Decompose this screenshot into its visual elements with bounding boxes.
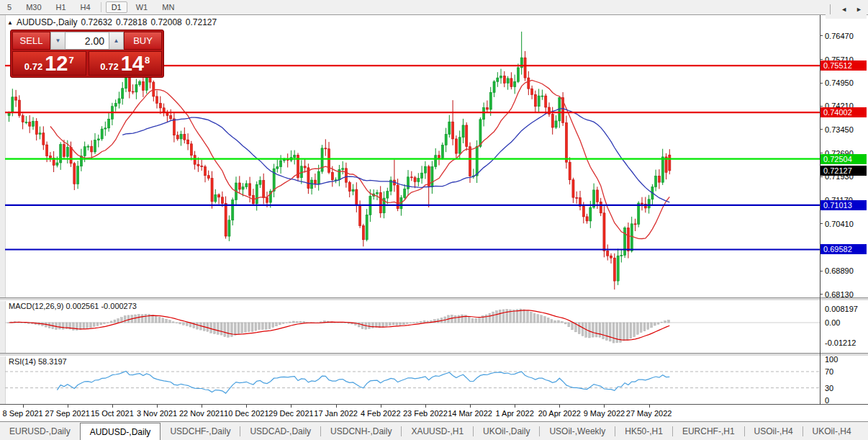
level-price-badge: 0.69582 — [820, 244, 867, 254]
rsi-label: RSI(14) 58.3197 — [9, 357, 67, 366]
symbol-tab-bar: EURUSD-,DailyAUDUSD-,DailyUSDCHF-,DailyU… — [0, 421, 868, 440]
ohlc-open: 0.72632 — [81, 17, 112, 27]
symbol-tab-audusd-daily[interactable]: AUDUSD-,Daily — [80, 423, 161, 440]
buy-price-big: 14 — [121, 53, 144, 74]
date-tick-mark — [202, 405, 202, 408]
macd-label: MACD(12,26,9) 0.002561 -0.000273 — [9, 302, 137, 310]
axis-tick-mark — [820, 83, 823, 84]
timeframe-button-m30[interactable]: M30 — [20, 1, 47, 13]
date-label: 10 Dec 2021 — [224, 409, 268, 418]
price-tick-label: 0.73450 — [825, 125, 854, 135]
symbol-tab-ukoil-daily[interactable]: UKOil-,Daily — [474, 422, 539, 440]
trading-terminal: { "toolbar": { "items": [ {"label": "5",… — [0, 0, 868, 440]
date-tick-mark — [381, 405, 381, 408]
date-tick-mark — [515, 405, 515, 408]
symbol-tab-hk50-h1[interactable]: HK50-,H1 — [615, 422, 672, 440]
date-tick-mark — [68, 405, 68, 408]
date-label: 15 Oct 2021 — [91, 409, 134, 418]
symbol-tab-usdcad-daily[interactable]: USDCAD-,Daily — [240, 422, 320, 440]
level-price-badge: 0.72504 — [820, 154, 867, 164]
buy-price-sup: 8 — [145, 55, 150, 66]
date-label: 3 Nov 2021 — [137, 409, 177, 418]
date-label: 20 Apr 2022 — [538, 409, 581, 418]
date-tick-mark — [649, 405, 650, 408]
timeframe-button-5[interactable]: 5 — [1, 1, 17, 13]
sell-price-sup: 7 — [68, 55, 73, 66]
price-tick-label: 0.68130 — [825, 289, 854, 300]
date-tick-mark — [23, 405, 24, 408]
volume-decrease-button[interactable]: ▼ — [50, 32, 65, 50]
rsi-indicator-canvas — [5, 355, 820, 404]
current-price-badge: 0.72127 — [820, 166, 867, 176]
collapse-triangle-icon[interactable]: ▲ — [7, 19, 13, 26]
date-label: 4 Feb 2022 — [361, 409, 401, 418]
axis-tick-mark — [820, 106, 823, 107]
axis-tick-mark — [820, 35, 823, 36]
date-tick-mark — [604, 405, 605, 408]
date-label: 14 Mar 2022 — [448, 409, 492, 418]
date-tick-mark — [246, 405, 247, 408]
symbol-tab-xauusd-h1[interactable]: XAUUSD-,H1 — [402, 422, 473, 440]
toolbar-separator — [101, 2, 101, 12]
ohlc-close: 0.72127 — [186, 17, 217, 27]
rsi-axis-label: 100 — [825, 354, 838, 364]
date-label: 22 Nov 2021 — [179, 409, 224, 418]
timeframe-button-mn[interactable]: MN — [156, 1, 180, 13]
chart-symbol-label: AUDUSD-,Daily — [17, 17, 78, 27]
axis-tick-mark — [820, 59, 823, 60]
axis-tick-mark — [820, 129, 823, 130]
symbol-tab-eurchf-h1[interactable]: EURCHF-,H1 — [673, 422, 744, 440]
volume-input[interactable] — [65, 32, 109, 50]
macd-min-label: -0.01212 — [825, 338, 856, 348]
axis-tick-mark — [820, 271, 823, 271]
chart-window: 0.764700.757100.749500.742100.734500.726… — [0, 14, 868, 422]
sell-price-big: 12 — [45, 53, 68, 74]
buy-price-small: 0.72 — [100, 61, 118, 72]
symbol-tab-ukoil-h4[interactable]: UKOil-,H4 — [803, 422, 861, 440]
symbol-tab-usoil-weekly[interactable]: USOil-,Weekly — [540, 422, 615, 440]
macd-zero-label: 0.00 — [825, 318, 840, 328]
level-price-badge: 0.71013 — [820, 200, 867, 210]
sell-price-display[interactable]: 0.72 12 7 — [12, 51, 86, 76]
date-axis: 8 Sep 202127 Sep 202115 Oct 20213 Nov 20… — [0, 405, 868, 422]
chart-ohlc-header: ▲AUDUSD-,Daily0.726320.728180.720080.721… — [7, 17, 220, 27]
symbol-tab-usdcnh-daily[interactable]: USDCNH-,Daily — [321, 422, 401, 440]
volume-increase-button[interactable]: ▲ — [109, 32, 124, 50]
axis-tick-mark — [820, 294, 823, 295]
price-tick-label: 0.68890 — [825, 266, 854, 276]
tab-scroll-left-arrow[interactable]: ◄ — [836, 4, 851, 14]
rsi-axis-label: 70 — [825, 367, 833, 377]
timeframe-button-h1[interactable]: H1 — [50, 1, 72, 13]
date-tick-mark — [559, 405, 560, 408]
level-price-badge: 0.75512 — [820, 60, 867, 71]
date-label: 27 Sep 2021 — [45, 409, 90, 418]
date-tick-mark — [470, 405, 471, 408]
timeframe-button-h4[interactable]: H4 — [75, 1, 96, 13]
date-label: 29 Dec 2021 — [268, 409, 313, 418]
date-tick-mark — [425, 405, 426, 408]
tab-scroll-controls: ◄ ► — [826, 0, 867, 19]
timeframe-toolbar: 5M30H1H4D1W1MN — [0, 0, 868, 15]
axis-tick-mark — [820, 223, 823, 224]
timeframe-button-d1[interactable]: D1 — [106, 1, 127, 13]
date-label: 17 Jan 2022 — [314, 409, 358, 418]
date-label: 23 Feb 2022 — [403, 409, 448, 418]
date-label: 9 May 2022 — [584, 409, 625, 418]
rsi-axis-label: 0 — [825, 395, 829, 405]
timeframe-button-w1[interactable]: W1 — [130, 1, 154, 13]
buy-button[interactable]: BUY — [124, 32, 162, 50]
sell-button[interactable]: SELL — [12, 32, 50, 50]
buy-price-display[interactable]: 0.72 14 8 — [89, 51, 163, 76]
price-tick-label: 0.76470 — [825, 31, 854, 41]
ohlc-low: 0.72008 — [150, 17, 181, 27]
symbol-tab-usoil-h4[interactable]: USOil-,H4 — [745, 422, 803, 440]
symbol-tab-eurusd-daily[interactable]: EURUSD-,Daily — [0, 422, 80, 440]
macd-max-label: 0.008197 — [825, 304, 858, 314]
date-label: 8 Sep 2021 — [2, 409, 42, 418]
tab-scroll-right-arrow[interactable]: ► — [851, 4, 867, 14]
price-tick-label: 0.70410 — [825, 219, 854, 229]
symbol-tab-usdchf-daily[interactable]: USDCHF-,Daily — [161, 422, 240, 440]
date-tick-mark — [291, 405, 291, 408]
ohlc-high: 0.72818 — [116, 17, 147, 27]
date-label: 1 Apr 2022 — [496, 409, 534, 418]
